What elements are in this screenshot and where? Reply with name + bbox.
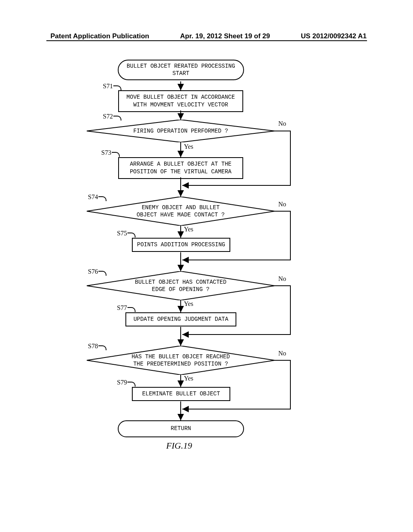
label-s79: S79 — [117, 379, 127, 386]
box-s75: POINTS ADDITION PROCESSING — [132, 238, 230, 252]
yes-s74: Yes — [184, 226, 193, 233]
label-s71: S71 — [103, 83, 113, 90]
box-s79: ELEMINATE BULLET OBJECT — [132, 387, 230, 401]
s76-text: BULLET OBJECT HAS CONTACTEDEDGE OF OPENI… — [87, 278, 275, 293]
yes-s76: Yes — [184, 300, 193, 308]
s79-text: ELEMINATE BULLET OBJECT — [142, 391, 220, 397]
return-text: RETURN — [171, 425, 191, 432]
label-s77: S77 — [117, 304, 127, 312]
header-row: Patent Application Publication Apr. 19, … — [0, 32, 413, 40]
box-s77: UPDATE OPENING JUDGMENT DATA — [125, 312, 236, 326]
terminator-return: RETURN — [118, 420, 244, 437]
start-text: BULLET OBJCET RERATED PROCESSINGSTART — [127, 63, 235, 77]
header-rule — [46, 40, 367, 41]
label-s76: S76 — [88, 268, 98, 275]
box-s73: ARRANGE A BULLET OBJECT AT THEPOSITION O… — [118, 157, 243, 179]
yes-s72: Yes — [184, 143, 193, 150]
label-s78: S78 — [88, 343, 98, 350]
diamond-s72: FIRING OPERATION PERFORMED ? — [87, 120, 275, 142]
no-s72: No — [278, 120, 286, 127]
diamond-s74: ENEMY OBJCET AND BULLETOBJECT HAVE MADE … — [87, 197, 275, 226]
s75-text: POINTS ADDITION PROCESSING — [137, 241, 225, 248]
yes-s78: Yes — [184, 375, 193, 382]
figure-label: FIG.19 — [166, 441, 192, 451]
header-left: Patent Application Publication — [50, 32, 149, 40]
header-right: US 2012/0092342 A1 — [301, 32, 367, 40]
no-s74: No — [278, 201, 286, 208]
diamond-s78: HAS THE BULLET OBJCET REACHEDTHE PREDETE… — [87, 346, 275, 375]
s72-text: FIRING OPERATION PERFORMED ? — [87, 127, 275, 135]
diamond-s76: BULLET OBJECT HAS CONTACTEDEDGE OF OPENI… — [87, 271, 275, 300]
no-s76: No — [278, 275, 286, 283]
label-s72: S72 — [103, 113, 113, 120]
s73-text: ARRANGE A BULLET OBJECT AT THEPOSITION O… — [130, 161, 232, 175]
box-s71: MOVE BULLET OBJECT IN ACCORDANCEWITH MOV… — [118, 90, 243, 112]
s74-text: ENEMY OBJCET AND BULLETOBJECT HAVE MADE … — [87, 204, 275, 218]
no-s78: No — [278, 350, 286, 357]
s77-text: UPDATE OPENING JUDGMENT DATA — [133, 316, 228, 322]
label-s75: S75 — [117, 230, 127, 237]
s78-text: HAS THE BULLET OBJCET REACHEDTHE PREDETE… — [87, 353, 275, 368]
page: Patent Application Publication Apr. 19, … — [0, 0, 413, 532]
label-s74: S74 — [88, 193, 98, 201]
s71-text: MOVE BULLET OBJECT IN ACCORDANCEWITH MOV… — [127, 94, 235, 108]
terminator-start: BULLET OBJCET RERATED PROCESSINGSTART — [118, 60, 244, 80]
label-s73: S73 — [101, 149, 111, 156]
header-center: Apr. 19, 2012 Sheet 19 of 29 — [180, 32, 270, 40]
